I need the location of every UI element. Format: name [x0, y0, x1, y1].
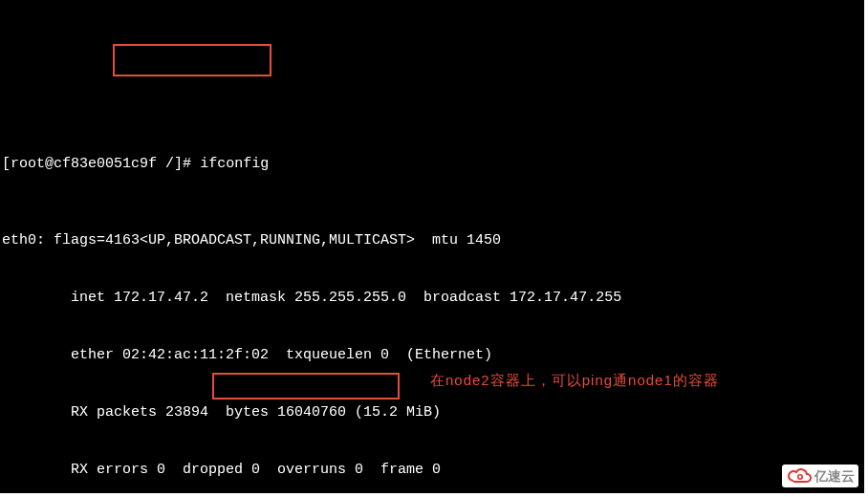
- watermark-text: 亿速云: [814, 466, 855, 486]
- inet-prefix: inet: [2, 289, 114, 308]
- cloud-icon: [786, 466, 813, 486]
- svg-point-0: [798, 475, 802, 479]
- eth0-inet: inet 172.17.47.2 netmask 255.255.255.0 b…: [2, 289, 864, 308]
- user: root: [11, 156, 45, 172]
- command: ifconfig: [200, 156, 269, 172]
- highlight-box-ping-cmd: [212, 373, 400, 400]
- eth0-ip: 172.17.47.2: [114, 289, 208, 308]
- terminal-line: [2, 59, 864, 78]
- eth0-rx-errors: RX errors 0 dropped 0 overruns 0 frame 0: [2, 461, 864, 480]
- terminal-window[interactable]: [root@cf83e0051c9f /]# ifconfig eth0: fl…: [0, 0, 864, 493]
- path: /: [165, 156, 174, 172]
- inet-suffix: netmask 255.255.255.0 broadcast 172.17.4…: [208, 289, 621, 308]
- eth0-header: eth0: flags=4163<UP,BROADCAST,RUNNING,MU…: [2, 231, 864, 250]
- eth0-rx-packets: RX packets 23894 bytes 16040760 (15.2 Mi…: [2, 403, 864, 422]
- host: cf83e0051c9f: [54, 156, 157, 172]
- eth0-ether: ether 02:42:ac:11:2f:02 txqueuelen 0 (Et…: [2, 346, 864, 365]
- annotation-text: 在node2容器上，可以ping通node1的容器: [430, 371, 832, 390]
- shell-prompt-ifconfig: [root@cf83e0051c9f /]# ifconfig: [2, 155, 864, 174]
- watermark-logo: 亿速云: [782, 465, 858, 487]
